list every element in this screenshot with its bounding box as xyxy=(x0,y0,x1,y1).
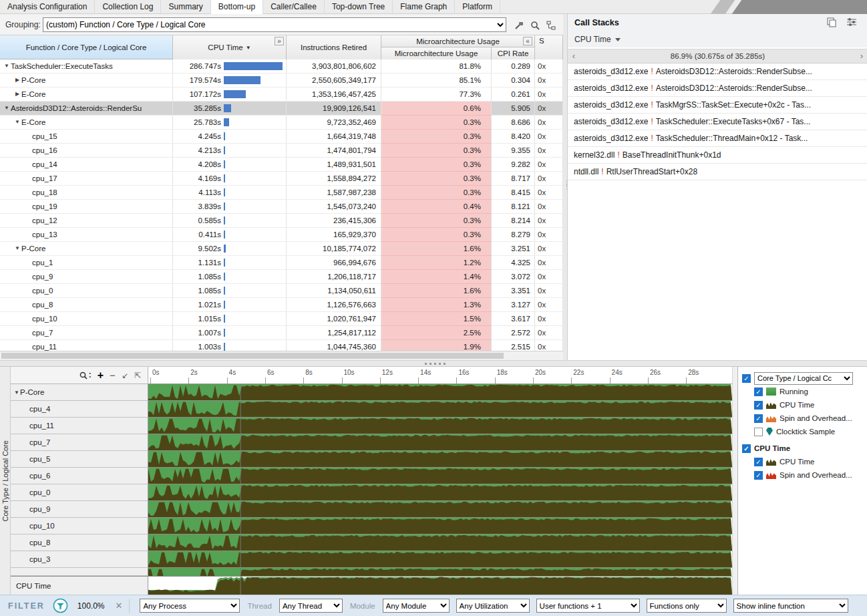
table-row[interactable]: cpu_130.411s165,929,3700.3%8.2790x xyxy=(0,228,563,242)
tab-flame-graph[interactable]: Flame Graph xyxy=(393,0,455,14)
stack-frame[interactable]: asteroids_d3d12.exe!TaskScheduler::Threa… xyxy=(568,130,867,147)
timeline-row-label[interactable]: cpu_0 xyxy=(11,484,148,501)
expand-column-button[interactable]: » xyxy=(275,37,284,45)
table-row[interactable]: ▼TaskScheduler::ExecuteTasks286.747s3,90… xyxy=(0,59,563,73)
timeline-row-chart[interactable] xyxy=(148,501,732,518)
timeline-row-chart[interactable] xyxy=(148,401,732,418)
table-row[interactable]: cpu_91.085s1,206,118,7171.4%3.0720x xyxy=(0,270,563,284)
table-row[interactable]: cpu_154.245s1,664,319,7480.3%8.4200x xyxy=(0,130,563,144)
expander-icon[interactable]: ▶ xyxy=(13,88,21,101)
tab-collection-log[interactable]: Collection Log xyxy=(95,0,161,14)
tab-summary[interactable]: Summary xyxy=(161,0,210,14)
column-header-cpi[interactable]: CPI Rate xyxy=(492,47,535,59)
timeline-row-label[interactable]: cpu_8 xyxy=(11,534,148,551)
metric-dropdown[interactable]: CPU Time xyxy=(574,35,621,44)
thread-filter[interactable]: Any Thread xyxy=(279,599,343,613)
timeline-row-chart[interactable] xyxy=(148,484,732,501)
legend-checkbox[interactable]: ✓ xyxy=(754,388,763,396)
legend-grouping-select[interactable]: Core Type / Logical Cc xyxy=(754,372,853,385)
module-filter[interactable]: Any Module xyxy=(383,599,450,613)
column-header-mau[interactable]: Microarchitecture Usage xyxy=(381,47,492,59)
legend-checkbox[interactable]: ✓ xyxy=(754,401,763,410)
timeline-row-label[interactable]: cpu_3 xyxy=(11,551,148,568)
timeline-row-chart[interactable] xyxy=(148,534,732,551)
table-row[interactable]: cpu_01.085s1,134,050,6111.6%3.3510x xyxy=(0,284,563,298)
timeline-row-label[interactable]: cpu_5 xyxy=(11,451,148,468)
legend-checkbox[interactable]: ✓ xyxy=(754,471,763,480)
column-group-microarchitecture[interactable]: Microarchitecture Usage « xyxy=(381,35,535,47)
column-header-instructions[interactable]: Instructions Retired xyxy=(287,35,381,59)
table-row[interactable]: cpu_193.839s1,545,073,2400.4%8.1210x xyxy=(0,200,563,214)
table-row[interactable]: cpu_11.131s966,994,6761.2%4.3250x xyxy=(0,256,563,270)
table-row[interactable]: cpu_184.113s1,587,987,2380.3%8.4150x xyxy=(0,186,563,200)
functions-mode-filter[interactable]: Functions only xyxy=(647,599,727,613)
next-stack-icon[interactable]: › xyxy=(857,49,866,63)
zoom-out-icon[interactable]: − xyxy=(110,370,116,380)
table-row[interactable]: cpu_174.169s1,558,894,2720.3%8.7170x xyxy=(0,172,563,186)
timeline-row-label[interactable]: cpu_10 xyxy=(11,518,148,534)
table-row[interactable]: cpu_164.213s1,474,801,7940.3%9.3550x xyxy=(0,144,563,158)
reset-zoom-icon[interactable]: ⇱ xyxy=(134,371,141,379)
column-header-function[interactable]: Function / Core Type / Logical Core xyxy=(0,35,173,59)
timeline-row-chart[interactable] xyxy=(148,418,732,434)
column-header-cpu-time[interactable]: CPU Time▼ » xyxy=(173,35,287,59)
timeline-row-label[interactable]: cpu_9 xyxy=(11,501,148,518)
settings-sliders-icon[interactable] xyxy=(845,17,858,29)
stack-frame[interactable]: kernel32.dll!BaseThreadInitThunk+0x1d xyxy=(568,147,867,164)
undo-zoom-icon[interactable]: ↙ xyxy=(122,371,128,379)
tab-caller-callee[interactable]: Caller/Callee xyxy=(263,0,325,14)
expander-icon[interactable]: ▼ xyxy=(11,390,20,396)
timeline-row-chart[interactable] xyxy=(148,384,732,401)
table-row[interactable]: cpu_111.003s1,044,745,3601.9%2.5150x xyxy=(0,340,563,351)
call-stack-mode-filter[interactable]: User functions + 1 xyxy=(536,599,640,613)
expander-icon[interactable]: ▼ xyxy=(13,116,21,129)
tab-analysis-configuration[interactable]: Analysis Configuration xyxy=(0,0,95,14)
legend-checkbox[interactable]: ✓ xyxy=(742,374,751,383)
table-row[interactable]: ▼P-Core9.502s10,185,774,0721.6%3.2510x xyxy=(0,242,563,256)
collapse-column-button[interactable]: « xyxy=(523,37,532,45)
column-header-overflow[interactable]: S xyxy=(535,35,563,59)
table-row[interactable]: cpu_120.585s236,415,3060.3%8.2140x xyxy=(0,214,563,228)
stack-frame[interactable]: asteroids_d3d12.exe!AsteroidsD3D12::Aste… xyxy=(568,63,867,80)
stack-frame[interactable]: asteroids_d3d12.exe!AsteroidsD3D12::Aste… xyxy=(568,80,867,97)
grouping-select[interactable]: (custom) Function / Core Type / Logical … xyxy=(43,17,506,32)
stack-frame[interactable]: asteroids_d3d12.exe!TaskMgrSS::TaskSet::… xyxy=(568,97,867,114)
prev-stack-icon[interactable]: ‹ xyxy=(569,49,578,63)
table-row[interactable]: ▼AsteroidsD3D12::Asteroids::RenderSu35.2… xyxy=(0,102,563,116)
expander-icon[interactable]: ▼ xyxy=(3,59,11,73)
timeline-row-chart[interactable] xyxy=(148,434,732,451)
clear-filter-icon[interactable]: ✕ xyxy=(116,601,123,611)
stack-frame[interactable]: ntdll.dll!RtlUserThreadStart+0x28 xyxy=(568,164,867,180)
timeline-row-chart[interactable] xyxy=(148,518,732,534)
timeline-row-label[interactable]: cpu_11 xyxy=(11,418,148,434)
legend-checkbox[interactable]: ✓ xyxy=(754,414,763,423)
legend-checkbox[interactable] xyxy=(754,428,763,436)
copy-icon[interactable] xyxy=(825,17,838,29)
timeline-row-label[interactable]: cpu_7 xyxy=(11,434,148,451)
show-hierarchy-icon[interactable] xyxy=(544,18,558,31)
table-row[interactable]: cpu_144.208s1,489,931,5010.3%9.2820x xyxy=(0,158,563,172)
horizontal-splitter[interactable] xyxy=(0,360,867,367)
filter-funnel-icon[interactable] xyxy=(53,598,68,613)
grid-horizontal-scrollbar[interactable] xyxy=(0,351,563,360)
timeline-row-label[interactable]: cpu_4 xyxy=(11,401,148,418)
search-icon[interactable] xyxy=(528,18,542,31)
timeline-row-chart[interactable] xyxy=(148,451,732,468)
tab-top-down-tree[interactable]: Top-down Tree xyxy=(325,0,393,14)
zoom-in-icon[interactable]: + xyxy=(98,370,104,381)
expander-icon[interactable]: ▶ xyxy=(13,73,21,87)
timeline-row-chart[interactable] xyxy=(148,568,732,576)
table-row[interactable]: ▼E-Core25.783s9,723,352,4690.3%8.6860x xyxy=(0,116,563,130)
table-row[interactable]: ▶E-Core107.172s1,353,196,457,42577.3%0.2… xyxy=(0,88,563,102)
table-row[interactable]: cpu_101.015s1,020,761,9471.5%3.6170x xyxy=(0,312,563,326)
legend-checkbox[interactable]: ✓ xyxy=(742,444,751,453)
customize-grouping-icon[interactable] xyxy=(512,18,526,31)
tab-bottom-up[interactable]: Bottom-up xyxy=(211,0,263,14)
inline-mode-filter[interactable]: Show inline function xyxy=(733,599,848,613)
timeline-vertical-scrollbar[interactable] xyxy=(732,367,737,595)
legend-checkbox[interactable]: ✓ xyxy=(754,458,763,466)
scrollbar-thumb[interactable] xyxy=(1,353,504,359)
expander-icon[interactable]: ▼ xyxy=(3,102,11,115)
table-row[interactable]: cpu_81.021s1,126,576,6631.3%3.1270x xyxy=(0,298,563,312)
expander-icon[interactable]: ▼ xyxy=(13,242,21,255)
